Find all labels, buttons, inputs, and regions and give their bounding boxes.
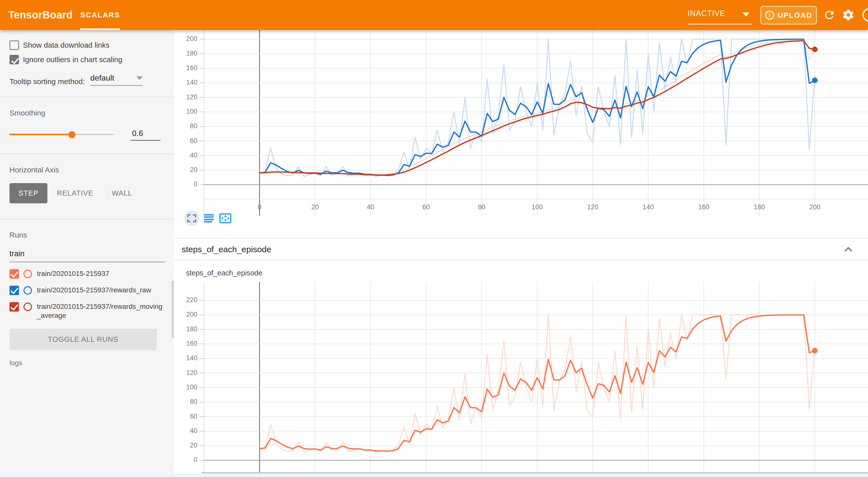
next-section-strip[interactable] [0,473,868,477]
run-row[interactable]: train/20201015-215937/rewards_moving_ave… [9,302,165,320]
ignore-outliers-checkbox[interactable] [9,55,19,64]
account-icon[interactable] [863,8,868,22]
chart-toolbar [184,211,231,226]
section-header[interactable]: steps_of_each_episode [174,238,868,260]
rewards-chart-canvas[interactable] [174,30,868,232]
tab-scalars[interactable]: SCALARS [80,0,120,30]
toggle-y-axis-icon[interactable] [204,214,214,223]
slider-thumb[interactable] [68,131,75,138]
tooltip-sorting-select[interactable]: default [90,73,143,86]
app-header: TensorBoard SCALARS INACTIVE i UPLOAD [0,0,868,30]
ignore-outliers-label: Ignore outliers in chart scaling [23,55,123,64]
divider [0,97,174,97]
run-color-swatch [24,286,32,295]
status-dropdown-underline [688,24,752,25]
run-color-swatch [24,303,32,311]
sidebar-scrollbar[interactable] [172,281,174,338]
show-download-links-checkbox[interactable] [9,40,19,50]
expand-icon [187,214,196,222]
chart-card-title: steps_of_each_episode [186,269,262,277]
run-label: train/20201015-215937/rewards_raw [37,286,165,295]
run-checkbox[interactable] [9,302,19,312]
upload-button-label: UPLOAD [778,11,812,20]
run-label: train/20201015-215937/rewards_moving_ave… [37,302,165,320]
axis-option-step[interactable]: STEP [9,183,48,203]
runs-filter [9,249,165,262]
horizontal-axis-options: STEP RELATIVE WALL [9,183,165,203]
refresh-icon[interactable] [823,9,836,21]
gear-icon[interactable] [842,9,855,21]
show-download-links-label: Show data download links [23,41,110,50]
section-title: steps_of_each_episode [182,245,271,254]
runs-label: Runs [9,231,165,239]
main-content: steps_of_each_episode steps_of_each_epis… [174,30,868,477]
app-title: TensorBoard [8,0,73,30]
slider-fill [9,134,72,135]
settings-sidebar: Show data download links Ignore outliers… [0,30,174,477]
expand-chart-button[interactable] [184,211,199,226]
divider [0,219,174,219]
pan-icon[interactable] [219,213,231,223]
status-dropdown[interactable]: INACTIVE [688,7,752,23]
axis-option-wall[interactable]: WALL [103,183,141,203]
run-row[interactable]: train/20201015-215937/rewards_raw [9,286,165,295]
smoothing-value-input[interactable]: 0.6 [130,128,160,141]
axis-option-relative[interactable]: RELATIVE [48,183,102,203]
tooltip-sorting-label: Tooltip sorting method: [9,77,85,86]
divider [174,260,868,260]
run-checkbox[interactable] [9,286,19,295]
smoothing-slider[interactable] [9,131,114,138]
ignore-outliers-row[interactable]: Ignore outliers in chart scaling [9,55,165,64]
chevron-down-icon [742,12,749,17]
run-color-swatch [24,270,32,278]
smoothing-slider-row: 0.6 [9,128,165,141]
run-checkbox[interactable] [9,269,19,279]
run-row[interactable]: train/20201015-215937 [9,269,165,279]
smoothing-label: Smoothing [9,109,165,117]
toggle-all-runs-button[interactable]: TOGGLE ALL RUNS [9,329,157,350]
chevron-up-icon[interactable] [842,244,854,255]
tooltip-sorting-value: default [90,73,114,82]
runs-filter-input[interactable] [9,249,165,258]
steps-chart-canvas[interactable] [174,282,868,472]
tab-active-underline [80,28,120,30]
tab-scalars-label: SCALARS [80,0,120,30]
show-download-links-row[interactable]: Show data download links [9,40,165,50]
chevron-down-icon [136,76,143,80]
divider [0,154,174,154]
logs-label: logs [9,359,165,367]
run-label: train/20201015-215937 [37,269,165,278]
tooltip-sorting-row: Tooltip sorting method: default [9,73,165,86]
info-icon: i [765,11,774,20]
upload-button[interactable]: i UPLOAD [761,6,817,25]
horizontal-axis-label: Horizontal Axis [9,166,165,174]
